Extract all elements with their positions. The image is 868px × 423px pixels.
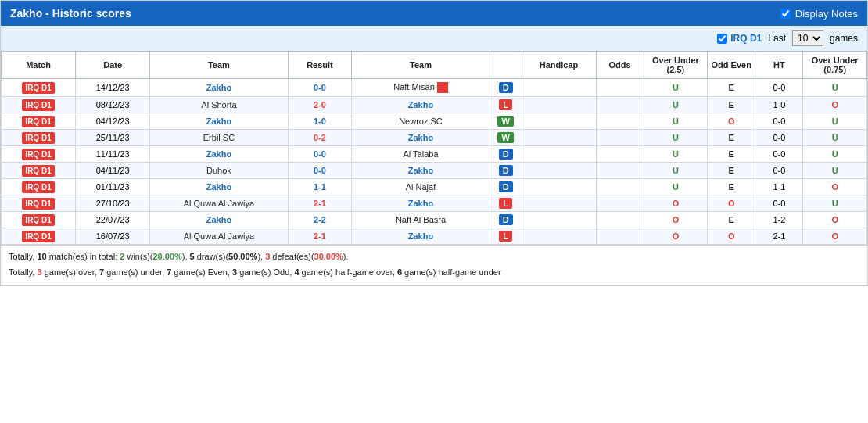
team2-name: Zakho [408, 100, 433, 109]
handicap-cell [522, 179, 596, 195]
league-cell: IRQ D1 [2, 130, 76, 146]
ht-cell: 0-0 [755, 79, 803, 97]
odds-cell [596, 97, 644, 113]
team1-name: Zakho [206, 117, 231, 126]
handicap-cell [522, 97, 596, 113]
team2-cell: Zakho [352, 163, 490, 179]
odds-cell [596, 113, 644, 130]
naft-icon [437, 82, 448, 93]
footer-line2: Totally, 3 game(s) over, 7 game(s) under… [9, 266, 859, 280]
irq-d1-label: IRQ D1 [717, 33, 762, 44]
wr-cell: L [490, 195, 522, 212]
team1-name: Duhok [206, 166, 231, 175]
team2-name: Naft Misan [393, 82, 435, 91]
ou25-cell: O [644, 212, 707, 228]
date-cell: 14/12/23 [76, 79, 150, 97]
ht-cell: 0-0 [755, 163, 803, 179]
col-header-team2: Team [352, 52, 490, 79]
ou075-cell: U [803, 195, 867, 212]
odds-cell [596, 146, 644, 163]
oe-cell: E [708, 212, 755, 228]
ht-cell: 0-0 [755, 130, 803, 146]
table-row: IRQ D1 04/12/23 Zakho 1-0 Newroz SC W U … [2, 113, 867, 130]
team1-name: Al Quwa Al Jawiya [184, 231, 254, 241]
team2-cell: Newroz SC [352, 113, 490, 130]
oe-cell: E [708, 97, 755, 113]
top-controls-bar: IRQ D1 Last 10 5 15 20 25 30 games [1, 26, 867, 51]
ou25-cell: U [644, 113, 707, 130]
ou25-cell: U [644, 163, 707, 179]
page-title: Zakho - Historic scores [10, 7, 131, 20]
score-cell: 0-2 [288, 130, 351, 146]
ou25-cell: O [644, 228, 707, 245]
team1-cell: Zakho [150, 146, 289, 163]
team2-cell: Al Talaba [352, 146, 490, 163]
irq-d1-checkbox[interactable] [717, 34, 727, 44]
league-cell: IRQ D1 [2, 195, 76, 212]
team1-name: Zakho [206, 149, 231, 159]
last-games-select[interactable]: 10 5 15 20 25 30 [792, 30, 823, 46]
wr-cell: W [490, 113, 522, 130]
ht-cell: 0-0 [755, 113, 803, 130]
team2-name: Zakho [408, 166, 433, 175]
handicap-cell [522, 163, 596, 179]
col-header-odds: Odds [596, 52, 644, 79]
team2-name: Al Talaba [403, 149, 438, 159]
col-header-date: Date [76, 52, 150, 79]
last-label: Last [768, 33, 786, 44]
table-row: IRQ D1 22/07/23 Zakho 2-2 Naft Al Basra … [2, 212, 867, 228]
league-cell: IRQ D1 [2, 179, 76, 195]
team1-name: Zakho [206, 182, 231, 192]
team2-name: Al Najaf [406, 182, 436, 192]
games-label: games [830, 33, 858, 44]
display-notes-label[interactable]: Display Notes [795, 8, 858, 20]
display-notes-control: Display Notes [780, 8, 858, 20]
odds-cell [596, 212, 644, 228]
wr-cell: L [490, 228, 522, 245]
date-cell: 22/07/23 [76, 212, 150, 228]
team2-cell: Zakho [352, 97, 490, 113]
col-header-ht: HT [755, 52, 803, 79]
team1-name: Al Quwa Al Jawiya [184, 199, 254, 208]
ht-cell: 1-1 [755, 179, 803, 195]
team2-name: Zakho [408, 133, 433, 142]
team1-name: Zakho [206, 215, 231, 224]
team2-name: Newroz SC [399, 117, 443, 126]
date-cell: 25/11/23 [76, 130, 150, 146]
handicap-cell [522, 195, 596, 212]
team1-name: Erbil SC [203, 133, 235, 142]
odds-cell [596, 195, 644, 212]
team1-cell: Zakho [150, 113, 289, 130]
table-row: IRQ D1 14/12/23 Zakho 0-0 Naft Misan D U… [2, 79, 867, 97]
header-bar: Zakho - Historic scores Display Notes [1, 1, 867, 26]
oe-cell: E [708, 130, 755, 146]
team1-name: Zakho [206, 83, 231, 92]
team2-name: Naft Al Basra [396, 215, 446, 224]
ou25-cell: O [644, 195, 707, 212]
table-row: IRQ D1 08/12/23 Al Shorta 2-0 Zakho L U … [2, 97, 867, 113]
ht-cell: 1-2 [755, 212, 803, 228]
team1-cell: Zakho [150, 212, 289, 228]
ht-cell: 0-0 [755, 195, 803, 212]
wr-cell: L [490, 97, 522, 113]
score-cell: 0-0 [288, 146, 351, 163]
date-cell: 04/11/23 [76, 163, 150, 179]
ou075-cell: O [803, 228, 867, 245]
table-row: IRQ D1 25/11/23 Erbil SC 0-2 Zakho W U E… [2, 130, 867, 146]
team1-cell: Erbil SC [150, 130, 289, 146]
team1-cell: Al Quwa Al Jawiya [150, 228, 289, 245]
date-cell: 08/12/23 [76, 97, 150, 113]
display-notes-checkbox[interactable] [780, 9, 791, 19]
col-header-ou075: Over Under (0.75) [803, 52, 867, 79]
score-cell: 1-0 [288, 113, 351, 130]
date-cell: 01/11/23 [76, 179, 150, 195]
oe-cell: O [708, 113, 755, 130]
team1-cell: Zakho [150, 179, 289, 195]
league-cell: IRQ D1 [2, 212, 76, 228]
scores-table: Match Date Team Result Team Handicap Odd… [1, 51, 867, 245]
league-cell: IRQ D1 [2, 97, 76, 113]
score-cell: 0-0 [288, 79, 351, 97]
handicap-cell [522, 146, 596, 163]
score-cell: 0-0 [288, 163, 351, 179]
wr-cell: W [490, 130, 522, 146]
